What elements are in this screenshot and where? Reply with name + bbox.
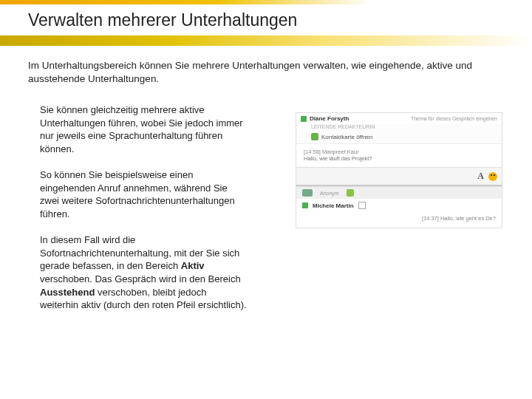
anonymous-bar: Anonym: [296, 186, 502, 199]
font-icon: A: [477, 171, 484, 182]
body-text: Sie können gleichzeitig mehrere aktive U…: [40, 103, 247, 325]
anon-label: Anonym: [320, 191, 339, 196]
emoji-icon: [488, 172, 497, 181]
contact-status: Kontaktkarte öffnen: [321, 134, 372, 140]
contact-name-2: Michele Martin: [313, 202, 354, 209]
conversation-panel-2: Michele Martin [14:37] Hallo, wie geht e…: [296, 199, 502, 228]
document-icon: [358, 202, 366, 209]
presence-icon: [302, 202, 308, 208]
phone-icon: [311, 133, 318, 140]
input-toolbar: A: [296, 167, 502, 185]
intro-text: Im Unterhaltungsbereich können Sie mehre…: [28, 59, 502, 86]
message-area: [14:58] Manpreet Kaur Hallo, wie läuft d…: [296, 143, 502, 167]
presence-icon: [301, 116, 307, 122]
page-title: Verwalten mehrerer Unterhaltungen: [28, 10, 297, 30]
accent-top-bar: [0, 0, 532, 4]
paragraph-2: So können Sie beispielsweise einen einge…: [40, 168, 247, 220]
phone-icon: [347, 189, 354, 197]
message-text: Hallo, wie läuft das Projekt?: [304, 155, 494, 162]
paragraph-3: In diesem Fall wird die Sofortnachrichte…: [40, 233, 247, 311]
contact-actions: Kontaktkarte öffnen: [296, 132, 502, 143]
accent-title-underline: [0, 35, 532, 46]
contact-role: LEITENDE REDAKTEURIN: [296, 124, 502, 132]
message-meta: [14:58] Manpreet Kaur: [304, 149, 494, 155]
contact-header-2: Michele Martin: [296, 199, 502, 212]
contact-header: Diane Forsyth Thema für dieses Gespräch …: [296, 113, 502, 124]
contact-name: Diane Forsyth: [310, 115, 349, 122]
topic-hint: Thema für dieses Gespräch eingeben: [411, 116, 497, 121]
message-area-2: [14:37] Hallo, wie geht es Dir?: [296, 212, 502, 228]
message-text-2: [14:37] Hallo, wie geht es Dir?: [422, 215, 496, 222]
anon-icon: [302, 189, 313, 197]
conversation-panel-1: Diane Forsyth Thema für dieses Gespräch …: [296, 113, 502, 186]
chat-screenshot: Diane Forsyth Thema für dieses Gespräch …: [296, 112, 502, 228]
paragraph-1: Sie können gleichzeitig mehrere aktive U…: [40, 103, 247, 155]
